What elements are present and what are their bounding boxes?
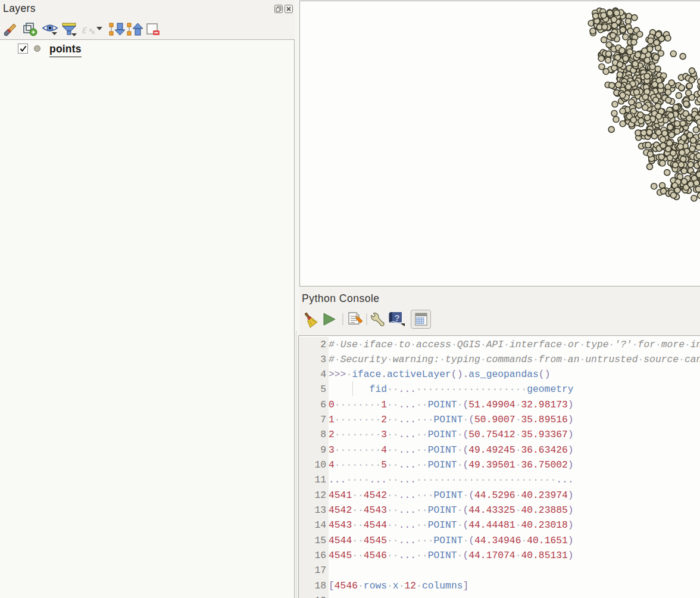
svg-text:?: ? (395, 313, 400, 323)
svg-text:ε: ε (82, 23, 87, 36)
